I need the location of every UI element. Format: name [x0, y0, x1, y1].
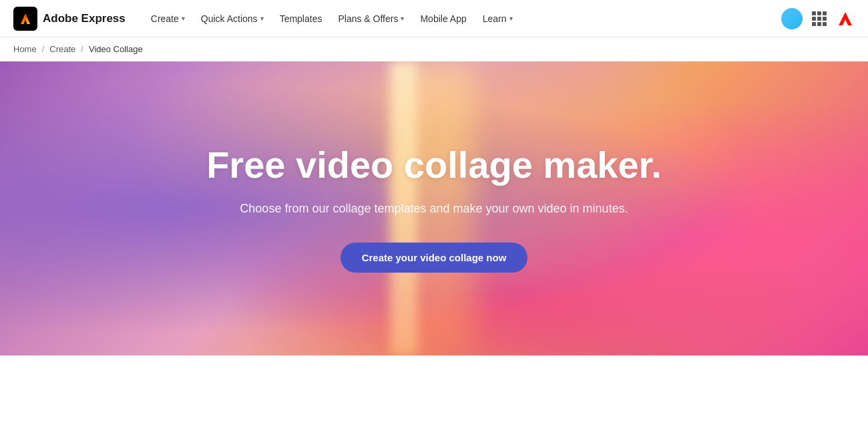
nav-item-learn[interactable]: Learn ▾ — [476, 8, 519, 29]
breadcrumb-separator: / — [42, 44, 45, 54]
chevron-down-icon: ▾ — [182, 15, 185, 22]
breadcrumb: Home / Create / Video Collage — [0, 37, 868, 61]
breadcrumb-create[interactable]: Create — [49, 44, 75, 54]
navbar: Adobe Express Create ▾ Quick Actions ▾ T… — [0, 0, 868, 37]
chevron-down-icon: ▾ — [509, 15, 513, 22]
chevron-down-icon: ▾ — [260, 15, 264, 22]
chevron-down-icon: ▾ — [401, 15, 404, 22]
hero-content: Free video collage maker. Choose from ou… — [180, 144, 688, 273]
breadcrumb-home[interactable]: Home — [13, 44, 37, 54]
nav-right — [781, 8, 855, 29]
hero-cta-button[interactable]: Create your video collage now — [341, 243, 528, 273]
nav-item-templates[interactable]: Templates — [273, 8, 329, 29]
adobe-express-icon — [13, 7, 37, 31]
breadcrumb-current: Video Collage — [89, 44, 143, 54]
nav-item-create[interactable]: Create ▾ — [144, 8, 192, 29]
breadcrumb-separator: / — [81, 44, 83, 54]
apps-grid-icon[interactable] — [812, 11, 827, 26]
adobe-logo-icon[interactable] — [836, 9, 855, 28]
hero-section: Free video collage maker. Choose from ou… — [0, 61, 868, 355]
brand-name: Adobe Express — [43, 12, 126, 25]
hero-subtitle: Choose from our collage templates and ma… — [206, 202, 662, 216]
nav-item-plans-offers[interactable]: Plans & Offers ▾ — [331, 8, 411, 29]
hero-title: Free video collage maker. — [206, 144, 662, 186]
avatar[interactable] — [781, 8, 803, 29]
nav-item-mobile-app[interactable]: Mobile App — [413, 8, 473, 29]
brand-logo[interactable]: Adobe Express — [13, 7, 126, 31]
nav-item-quick-actions[interactable]: Quick Actions ▾ — [194, 8, 270, 29]
nav-links: Create ▾ Quick Actions ▾ Templates Plans… — [144, 8, 781, 29]
below-hero-section — [0, 355, 868, 431]
